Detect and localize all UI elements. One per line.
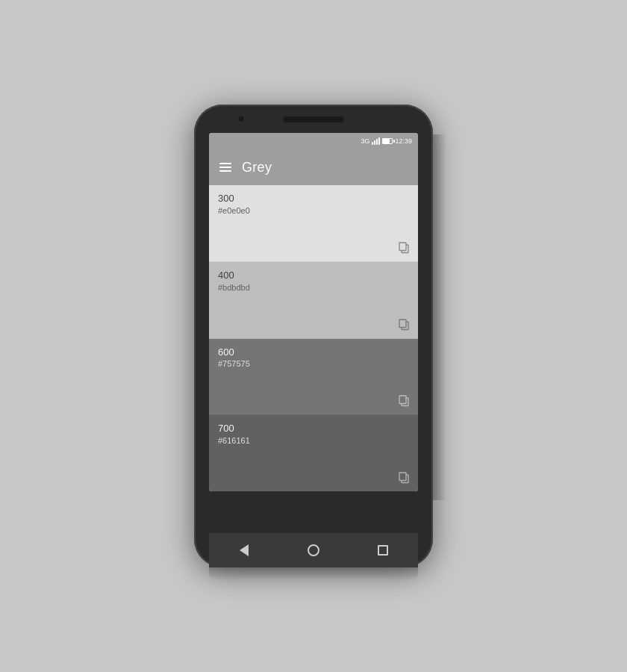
signal-bars-icon	[372, 137, 380, 145]
recent-icon	[378, 545, 388, 556]
color-card-400: 400 #bdbdbd	[209, 262, 418, 339]
color-shade-400: 400	[218, 270, 409, 282]
copy-button-400[interactable]	[397, 317, 411, 334]
menu-icon[interactable]	[219, 163, 231, 172]
network-type-label: 3G	[361, 137, 369, 145]
app-title: Grey	[242, 160, 272, 175]
svg-rect-7	[399, 473, 406, 481]
hamburger-line-1	[219, 163, 231, 164]
navigation-bar	[209, 533, 418, 567]
copy-icon-700	[397, 470, 411, 484]
color-list: 300 #e0e0e0 400 #bdbdbd	[209, 185, 418, 491]
color-hex-700: #616161	[218, 436, 409, 445]
status-bar: 3G 12:39	[209, 133, 418, 149]
nav-recent-button[interactable]	[369, 537, 396, 564]
copy-button-700[interactable]	[397, 470, 411, 487]
svg-rect-3	[399, 320, 406, 328]
color-shade-300: 300	[218, 193, 409, 205]
phone-screen: 3G 12:39 Grey	[209, 133, 418, 491]
hamburger-line-2	[219, 167, 231, 168]
nav-home-button[interactable]	[300, 537, 327, 564]
svg-rect-5	[399, 396, 406, 404]
phone-shadow-bottom	[209, 567, 418, 581]
app-bar: Grey	[209, 149, 418, 185]
color-card-600: 600 #757575	[209, 339, 418, 416]
nav-back-button[interactable]	[231, 537, 258, 564]
color-hex-400: #bdbdbd	[218, 283, 409, 292]
phone-speaker	[284, 116, 343, 122]
color-card-300: 300 #e0e0e0	[209, 185, 418, 262]
copy-icon-300	[397, 240, 411, 254]
battery-icon	[382, 138, 393, 144]
hamburger-line-3	[219, 170, 231, 172]
home-icon	[308, 544, 319, 556]
signal-bar-3	[376, 139, 378, 145]
signal-bar-2	[374, 140, 375, 145]
color-shade-700: 700	[218, 423, 409, 435]
color-shade-600: 600	[218, 346, 409, 359]
phone-shadow-right	[433, 134, 446, 500]
time-label: 12:39	[395, 137, 412, 145]
color-hex-300: #e0e0e0	[218, 206, 409, 215]
color-hex-600: #757575	[218, 359, 409, 368]
back-icon	[240, 544, 249, 556]
copy-button-600[interactable]	[397, 393, 411, 410]
battery-fill	[383, 139, 390, 143]
signal-bar-4	[378, 137, 380, 145]
phone-device: 3G 12:39 Grey	[194, 105, 433, 567]
copy-button-300[interactable]	[397, 240, 411, 257]
svg-rect-1	[399, 243, 406, 251]
status-icons: 3G 12:39	[361, 137, 412, 145]
signal-bar-1	[372, 142, 373, 145]
phone-camera	[237, 115, 245, 122]
copy-icon-400	[397, 317, 411, 331]
color-card-700: 700 #616161	[209, 415, 418, 491]
copy-icon-600	[397, 393, 411, 407]
